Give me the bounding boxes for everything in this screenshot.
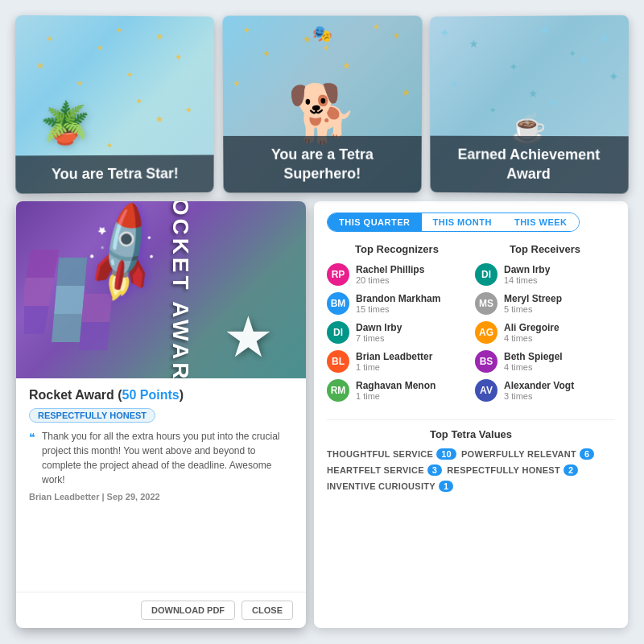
svg-rect-6 (79, 322, 109, 350)
filter-this-quarter[interactable]: THIS QUARTER (328, 213, 422, 231)
leader-count: 14 times (504, 275, 615, 285)
leaders-row: Top Recognizers RP Rachel Phillips 20 ti… (327, 243, 615, 408)
leader-count: 15 times (356, 304, 467, 314)
values-grid: THOUGHTFUL SERVICE 10 POWERFULLY RELEVAN… (327, 448, 615, 492)
card-2-title: You are a Tetra Superhero! (223, 136, 421, 192)
tetra-star-card[interactable]: ✦ ✦ ✦ ✦ ★ ✦ ★ ✦ ✦ ★ ✦ ✦ ★ 🪴 You (15, 15, 214, 194)
rocket-image: 🚀 ★ ROCKET AWARD (16, 201, 306, 378)
leader-info: Dawn Irby 7 times (356, 322, 467, 343)
bottom-row: 🚀 ★ ROCKET AWARD Rocket Award (50 Points… (16, 201, 628, 628)
avatar: AG (475, 321, 497, 344)
leader-name: Dawn Irby (356, 322, 467, 333)
leader-name: Rachel Phillips (356, 264, 467, 275)
receivers-title: Top Receivers (475, 243, 615, 255)
rocket-panel: 🚀 ★ ROCKET AWARD Rocket Award (50 Points… (16, 201, 306, 628)
leader-info: Brandon Markham 15 times (356, 293, 467, 314)
leader-info: Ali Gregoire 4 times (504, 322, 615, 343)
leader-name: Meryl Streep (504, 293, 615, 304)
card-1-title: You are Tetra Star! (15, 155, 213, 194)
rocket-star: ★ (223, 304, 274, 370)
value-tag-respectfully: RESPECTFULLY HONEST 2 (447, 464, 578, 476)
list-item: DI Dawn Irby 14 times (475, 263, 615, 286)
svg-rect-1 (24, 278, 54, 306)
achievement-card[interactable]: ✦ ★ ✦ ✦ ★ ✦ ★ ✦ ★ ✦ ✦ ★ ☕ Earned Achieve… (430, 15, 629, 194)
rocket-title: Rocket Award (50 Points) (29, 388, 293, 402)
value-tag-heartfelt: HEARTFELT SERVICE 3 (327, 464, 442, 476)
leader-count: 4 times (504, 362, 615, 372)
values-title: Top Tetra Values (327, 428, 615, 440)
leader-count: 5 times (504, 304, 615, 314)
close-button[interactable]: CLOSE (242, 601, 293, 620)
avatar: DI (327, 321, 349, 344)
tetra-superhero-card[interactable]: ✦ ★ ✦ ✦ ★ ✦ ✦ ★ ✦ 🐕 🎭 You are a Tetra Su… (222, 16, 422, 193)
leader-info: Meryl Streep 5 times (504, 293, 615, 314)
list-item: BS Beth Spiegel 4 times (475, 350, 615, 373)
avatar: MS (475, 292, 497, 315)
leader-info: Alexander Vogt 3 times (504, 380, 615, 401)
leader-name: Beth Spiegel (504, 351, 615, 362)
leader-name: Brandon Markham (356, 293, 467, 304)
download-pdf-button[interactable]: DOWNLOAD PDF (141, 601, 235, 620)
filter-this-week[interactable]: THIS WEEK (503, 213, 579, 231)
values-section: Top Tetra Values THOUGHTFUL SERVICE 10 P… (327, 428, 615, 492)
svg-rect-3 (52, 314, 82, 342)
avatar: BS (475, 350, 497, 373)
rocket-author: Brian Leadbetter | Sep 29, 2022 (29, 492, 293, 502)
leader-count: 1 time (356, 362, 467, 372)
avatar: AV (475, 379, 497, 402)
list-item: BL Brian Leadbetter 1 time (327, 350, 467, 373)
avatar: RP (327, 263, 349, 286)
leader-count: 20 times (356, 275, 467, 285)
leader-name: Brian Leadbetter (356, 351, 467, 362)
leader-count: 3 times (504, 391, 615, 401)
list-item: RM Raghavan Menon 1 time (327, 379, 467, 402)
avatar: BL (327, 350, 349, 373)
top-recognizers-col: Top Recognizers RP Rachel Phillips 20 ti… (327, 243, 467, 408)
leader-name: Dawn Irby (504, 264, 615, 275)
list-item: DI Dawn Irby 7 times (327, 321, 467, 344)
leader-name: Alexander Vogt (504, 380, 615, 391)
value-tag-thoughtful: THOUGHTFUL SERVICE 10 (327, 448, 456, 460)
list-item: AV Alexander Vogt 3 times (475, 379, 615, 402)
rocket-message: Thank you for all the extra hours you pu… (29, 429, 293, 487)
svg-rect-2 (26, 250, 59, 278)
leader-count: 7 times (356, 333, 467, 343)
avatar: DI (475, 263, 497, 286)
leader-name: Raghavan Menon (356, 380, 467, 391)
filter-this-month[interactable]: THIS MONTH (422, 213, 503, 231)
time-filter: THIS QUARTER THIS MONTH THIS WEEK (327, 213, 580, 232)
award-cards-row: ✦ ✦ ✦ ✦ ★ ✦ ★ ✦ ✦ ★ ✦ ✦ ★ 🪴 You (16, 16, 628, 193)
rocket-award-vertical-text: ROCKET AWARD (167, 201, 192, 378)
top-receivers-col: Top Receivers DI Dawn Irby 14 times MS M… (475, 243, 615, 408)
leader-info: Raghavan Menon 1 time (356, 380, 467, 401)
leader-info: Dawn Irby 14 times (504, 264, 615, 285)
rocket-actions: DOWNLOAD PDF CLOSE (16, 592, 306, 628)
rocket-badge: RESPECTFULLY HONEST (29, 408, 155, 423)
leader-info: Rachel Phillips 20 times (356, 264, 467, 285)
svg-rect-0 (24, 306, 49, 334)
leader-count: 4 times (504, 333, 615, 343)
leader-info: Brian Leadbetter 1 time (356, 351, 467, 372)
avatar: RM (327, 379, 349, 402)
leader-info: Beth Spiegel 4 times (504, 351, 615, 372)
main-container: ✦ ✦ ✦ ✦ ★ ✦ ★ ✦ ✦ ★ ✦ ✦ ★ 🪴 You (8, 8, 636, 636)
rocket-details: Rocket Award (50 Points) RESPECTFULLY HO… (16, 378, 306, 592)
leader-count: 1 time (356, 391, 467, 401)
list-item: BM Brandon Markham 15 times (327, 292, 467, 315)
mask-icon: 🎭 (312, 24, 332, 43)
svg-rect-4 (54, 286, 85, 314)
card-3-title: Earned Achievement Award (431, 136, 629, 194)
leader-name: Ali Gregoire (504, 322, 615, 333)
list-item: AG Ali Gregoire 4 times (475, 321, 615, 344)
vase-icon: 🪴 (40, 100, 90, 147)
recognizers-title: Top Recognizers (327, 243, 467, 255)
rocket-points-link[interactable]: 50 Points (122, 388, 180, 402)
avatar: BM (327, 292, 349, 315)
value-tag-inventive: INVENTIVE CURIOUSITY 1 (327, 481, 453, 492)
divider (327, 419, 615, 420)
leaderboard-panel: THIS QUARTER THIS MONTH THIS WEEK Top Re… (314, 201, 628, 628)
list-item: MS Meryl Streep 5 times (475, 292, 615, 315)
list-item: RP Rachel Phillips 20 times (327, 263, 467, 286)
value-tag-powerfully: POWERFULLY RELEVANT 6 (461, 448, 594, 460)
